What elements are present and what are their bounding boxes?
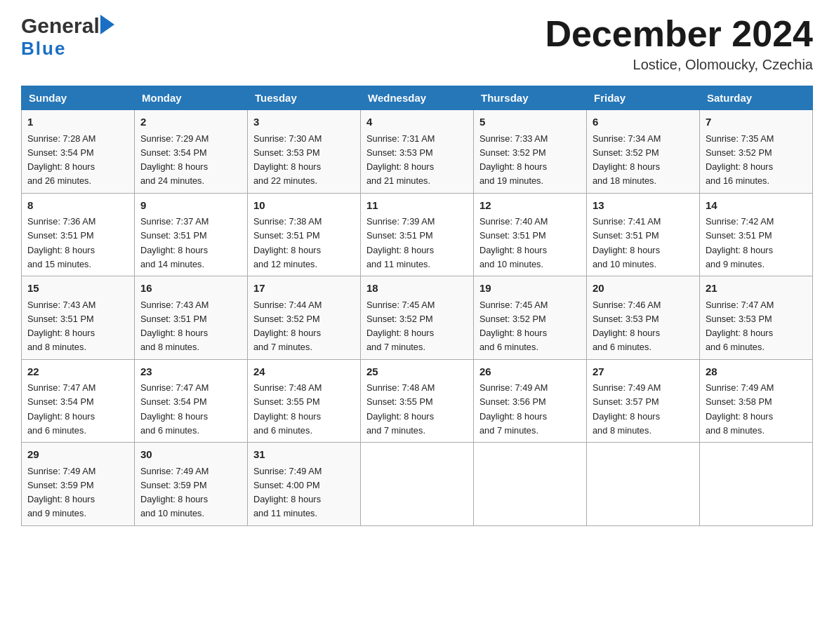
col-thursday: Thursday [474,86,587,110]
calendar-week-row: 1Sunrise: 7:28 AMSunset: 3:54 PMDaylight… [22,110,813,194]
day-number: 26 [479,364,581,380]
header-row: Sunday Monday Tuesday Wednesday Thursday… [22,86,813,110]
title-area: December 2024 Lostice, Olomoucky, Czechi… [545,14,813,73]
day-number: 31 [253,447,355,463]
calendar-body: 1Sunrise: 7:28 AMSunset: 3:54 PMDaylight… [22,110,813,526]
calendar-cell: 1Sunrise: 7:28 AMSunset: 3:54 PMDaylight… [22,110,135,194]
day-number: 22 [27,364,128,380]
day-number: 20 [593,281,694,297]
day-number: 8 [27,198,128,214]
calendar-cell [700,443,813,526]
day-number: 10 [253,198,355,214]
calendar-table: Sunday Monday Tuesday Wednesday Thursday… [21,86,813,526]
col-saturday: Saturday [700,86,813,110]
day-number: 1 [27,114,128,130]
col-tuesday: Tuesday [248,86,361,110]
calendar-cell: 16Sunrise: 7:43 AMSunset: 3:51 PMDayligh… [135,276,248,360]
day-info: Sunrise: 7:37 AMSunset: 3:51 PMDaylight:… [140,216,208,269]
calendar-cell: 20Sunrise: 7:46 AMSunset: 3:53 PMDayligh… [587,276,700,360]
month-title: December 2024 [545,14,813,54]
col-friday: Friday [587,86,700,110]
calendar-cell: 13Sunrise: 7:41 AMSunset: 3:51 PMDayligh… [587,193,700,276]
calendar-cell: 25Sunrise: 7:48 AMSunset: 3:55 PMDayligh… [361,359,474,443]
day-number: 27 [593,364,694,380]
day-info: Sunrise: 7:49 AMSunset: 3:59 PMDaylight:… [140,466,208,519]
calendar-cell: 26Sunrise: 7:49 AMSunset: 3:56 PMDayligh… [474,359,587,443]
day-number: 25 [366,364,468,380]
day-info: Sunrise: 7:35 AMSunset: 3:52 PMDaylight:… [706,133,774,187]
day-number: 19 [479,281,581,297]
page-header: General Blue December 2024 Lostice, Olom… [21,14,813,73]
day-info: Sunrise: 7:43 AMSunset: 3:51 PMDaylight:… [27,300,95,353]
calendar-week-row: 15Sunrise: 7:43 AMSunset: 3:51 PMDayligh… [22,276,813,360]
col-monday: Monday [135,86,248,110]
day-number: 29 [27,447,128,463]
day-info: Sunrise: 7:49 AMSunset: 3:59 PMDaylight:… [27,466,95,519]
calendar-cell: 28Sunrise: 7:49 AMSunset: 3:58 PMDayligh… [700,359,813,443]
logo-general-text: General [21,14,100,38]
day-info: Sunrise: 7:46 AMSunset: 3:53 PMDaylight:… [593,300,661,353]
day-number: 9 [140,198,241,214]
calendar-cell: 29Sunrise: 7:49 AMSunset: 3:59 PMDayligh… [22,443,135,526]
day-number: 14 [706,198,807,214]
calendar-cell: 15Sunrise: 7:43 AMSunset: 3:51 PMDayligh… [22,276,135,360]
logo: General Blue [21,14,114,60]
calendar-cell: 2Sunrise: 7:29 AMSunset: 3:54 PMDaylight… [135,110,248,194]
calendar-cell: 11Sunrise: 7:39 AMSunset: 3:51 PMDayligh… [361,193,474,276]
logo-arrow-icon [100,15,114,37]
day-number: 17 [253,281,355,297]
calendar-cell: 6Sunrise: 7:34 AMSunset: 3:52 PMDaylight… [587,110,700,194]
day-number: 30 [140,447,241,463]
day-info: Sunrise: 7:36 AMSunset: 3:51 PMDaylight:… [27,216,95,269]
calendar-cell: 22Sunrise: 7:47 AMSunset: 3:54 PMDayligh… [22,359,135,443]
calendar-week-row: 29Sunrise: 7:49 AMSunset: 3:59 PMDayligh… [22,443,813,526]
calendar-header: Sunday Monday Tuesday Wednesday Thursday… [22,86,813,110]
calendar-week-row: 22Sunrise: 7:47 AMSunset: 3:54 PMDayligh… [22,359,813,443]
day-number: 2 [140,114,241,130]
calendar-cell: 5Sunrise: 7:33 AMSunset: 3:52 PMDaylight… [474,110,587,194]
day-number: 3 [253,114,355,130]
day-number: 24 [253,364,355,380]
day-info: Sunrise: 7:42 AMSunset: 3:51 PMDaylight:… [706,216,774,269]
day-number: 21 [706,281,807,297]
day-info: Sunrise: 7:29 AMSunset: 3:54 PMDaylight:… [140,133,208,187]
calendar-cell: 10Sunrise: 7:38 AMSunset: 3:51 PMDayligh… [248,193,361,276]
calendar-cell [587,443,700,526]
calendar-cell: 8Sunrise: 7:36 AMSunset: 3:51 PMDaylight… [22,193,135,276]
day-number: 5 [479,114,581,130]
day-number: 12 [479,198,581,214]
calendar-cell [474,443,587,526]
calendar-cell: 24Sunrise: 7:48 AMSunset: 3:55 PMDayligh… [248,359,361,443]
day-info: Sunrise: 7:45 AMSunset: 3:52 PMDaylight:… [479,300,548,353]
svg-marker-0 [100,15,114,34]
day-info: Sunrise: 7:47 AMSunset: 3:54 PMDaylight:… [140,382,208,436]
day-info: Sunrise: 7:30 AMSunset: 3:53 PMDaylight:… [253,133,322,187]
day-number: 28 [706,364,807,380]
day-number: 13 [593,198,694,214]
day-info: Sunrise: 7:39 AMSunset: 3:51 PMDaylight:… [366,216,435,269]
calendar-cell: 21Sunrise: 7:47 AMSunset: 3:53 PMDayligh… [700,276,813,360]
day-number: 4 [366,114,468,130]
day-info: Sunrise: 7:49 AMSunset: 4:00 PMDaylight:… [253,466,322,519]
day-info: Sunrise: 7:49 AMSunset: 3:57 PMDaylight:… [593,382,661,436]
day-info: Sunrise: 7:44 AMSunset: 3:52 PMDaylight:… [253,300,322,353]
day-info: Sunrise: 7:28 AMSunset: 3:54 PMDaylight:… [27,133,95,187]
calendar-cell: 30Sunrise: 7:49 AMSunset: 3:59 PMDayligh… [135,443,248,526]
calendar-cell: 4Sunrise: 7:31 AMSunset: 3:53 PMDaylight… [361,110,474,194]
calendar-cell: 7Sunrise: 7:35 AMSunset: 3:52 PMDaylight… [700,110,813,194]
calendar-cell: 23Sunrise: 7:47 AMSunset: 3:54 PMDayligh… [135,359,248,443]
day-info: Sunrise: 7:34 AMSunset: 3:52 PMDaylight:… [593,133,661,187]
day-info: Sunrise: 7:47 AMSunset: 3:54 PMDaylight:… [27,382,95,436]
col-wednesday: Wednesday [361,86,474,110]
day-number: 15 [27,281,128,297]
day-info: Sunrise: 7:33 AMSunset: 3:52 PMDaylight:… [479,133,548,187]
calendar-cell: 9Sunrise: 7:37 AMSunset: 3:51 PMDaylight… [135,193,248,276]
calendar-cell: 3Sunrise: 7:30 AMSunset: 3:53 PMDaylight… [248,110,361,194]
calendar-cell: 12Sunrise: 7:40 AMSunset: 3:51 PMDayligh… [474,193,587,276]
calendar-cell: 19Sunrise: 7:45 AMSunset: 3:52 PMDayligh… [474,276,587,360]
logo-blue-text: Blue [21,38,66,60]
day-info: Sunrise: 7:49 AMSunset: 3:56 PMDaylight:… [479,382,548,436]
day-info: Sunrise: 7:48 AMSunset: 3:55 PMDaylight:… [366,382,435,436]
col-sunday: Sunday [22,86,135,110]
day-number: 23 [140,364,241,380]
